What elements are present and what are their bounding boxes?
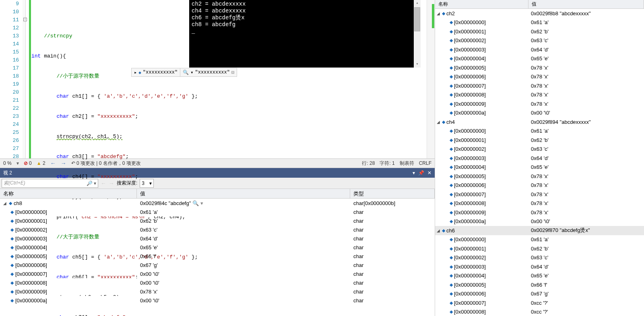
fold-toggle-icon[interactable]: - — [23, 18, 27, 21]
watch-grid[interactable]: 名称 值 类型 ◢◆ ch8 0x0029f84c "abcdefg"🔍 ▾ c… — [0, 189, 435, 316]
locals-row[interactable]: ◆ [0x00000003]0x64 'd' — [435, 154, 644, 163]
locals-row[interactable]: ◆ [0x00000001]0x62 'b' — [435, 27, 644, 36]
watch-row[interactable]: ◆ [0x00000000]0x61 'a'char — [0, 207, 435, 216]
scroll-up-icon[interactable]: ▴ — [414, 0, 420, 6]
variable-icon: ◆ — [450, 219, 453, 224]
locals-row[interactable]: ◆ [0x00000004]0x65 'e' — [435, 163, 644, 172]
code-editor[interactable]: 9 10 11 12 13 14 15 16 17 18 19 20 21 22… — [0, 0, 435, 158]
col-header-type[interactable]: 类型 — [350, 189, 435, 198]
zoom-level[interactable]: 0 % — [3, 160, 12, 166]
locals-row[interactable]: ◆ [0x00000003]0x64 'd' — [435, 45, 644, 54]
console-line: ch2 = abcdexxxxx — [192, 1, 418, 8]
watch-row-root[interactable]: ◢◆ ch8 0x0029f84c "abcdefg"🔍 ▾ char[0x00… — [0, 199, 435, 207]
variable-icon: ◆ — [450, 65, 453, 70]
variable-icon: ◆ — [450, 128, 453, 133]
locals-row[interactable]: ◆ [0x00000009]0x78 'x' — [435, 208, 644, 217]
watch-row[interactable]: ◆ [0x00000008]0x00 '\0'char — [0, 278, 435, 287]
expand-icon[interactable]: ◢ — [3, 201, 7, 205]
watch-row[interactable]: ◆ [0x0000000a]0x00 '\0'char — [0, 296, 435, 305]
close-icon[interactable]: ✕ — [427, 170, 431, 176]
variable-icon: ◆ — [10, 227, 14, 232]
variable-icon: ◆ — [450, 38, 453, 43]
locals-row[interactable]: ◆ [0x00000001]0x62 'b' — [435, 244, 644, 253]
locals-row[interactable]: ◆ [0x00000005]0x66 'f' — [435, 280, 644, 289]
console-output: ch2 = abcdexxxxx ch4 = abcdexxxxx ch6 = … — [189, 0, 421, 68]
locals-row[interactable]: ◆ [0x00000006]0x78 'x' — [435, 181, 644, 190]
locals-row[interactable]: ◆ [0x00000000]0x61 'a' — [435, 127, 644, 136]
expand-icon[interactable]: ◢ — [437, 120, 441, 124]
locals-row[interactable]: ◆ [0x00000007]0xcc '?' — [435, 298, 644, 308]
locals-row[interactable]: ◆ [0x00000002]0x63 'c' — [435, 36, 644, 45]
locals-row[interactable]: ◆ [0x00000007]0x78 'x' — [435, 81, 644, 90]
view-icon[interactable]: 🔍 ▾ — [192, 200, 203, 206]
variable-icon: ◆ — [450, 110, 453, 115]
variable-icon: ◆ — [442, 228, 445, 233]
variable-icon: ◆ — [450, 20, 453, 25]
locals-row[interactable]: ◆ [0x00000008]0xcc '?' — [435, 308, 644, 316]
expand-icon[interactable]: ◢ — [437, 228, 441, 233]
variable-icon: ◆ — [10, 289, 14, 294]
variable-icon: ◆ — [10, 263, 14, 268]
locals-row[interactable]: ◆ [0x00000000]0x61 'a' — [435, 235, 644, 244]
locals-row[interactable]: ◆ [0x00000001]0x62 'b' — [435, 135, 644, 145]
editor-minimap[interactable] — [427, 0, 435, 158]
change-bar — [29, 0, 31, 158]
debug-value-tooltip[interactable]: ▸ ◆ "xxxxxxxxxx" 🔍 ▾ "xxxxxxxxxx" ⊟ — [131, 68, 237, 77]
col-header-value[interactable]: 值 — [528, 0, 644, 8]
locals-row[interactable]: ◆ [0x00000004]0x65 'e' — [435, 271, 644, 281]
watch-row[interactable]: ◆ [0x00000001]0x62 'b'char — [0, 216, 435, 225]
minimap-change-mark — [432, 4, 434, 28]
locals-row[interactable]: ◆ [0x00000005]0x78 'x' — [435, 63, 644, 72]
watch-row[interactable]: ◆ [0x00000005]0x66 'f'char — [0, 252, 435, 261]
locals-row[interactable]: ◆ [0x00000004]0x65 'e' — [435, 54, 644, 64]
console-scrollbar[interactable]: ▴ ▾ — [414, 0, 421, 68]
locals-row[interactable]: ◆ [0x00000002]0x63 'c' — [435, 253, 644, 263]
watch-row[interactable]: ◆ [0x00000004]0x65 'e'char — [0, 243, 435, 252]
locals-row[interactable]: ◆ [0x0000000a]0x00 '\0' — [435, 217, 644, 226]
col-header-name[interactable]: 名称 — [435, 0, 528, 8]
search-icon[interactable]: 🔎 ▾ — [87, 181, 96, 186]
pin-icon[interactable]: ⊟ — [231, 70, 234, 76]
variable-icon: ◆ — [450, 146, 453, 152]
locals-tree[interactable]: ◢ ◆ ch20x0029f8b8 "abcdexxxxx"◆ [0x00000… — [435, 9, 644, 316]
variable-icon: ◆ — [10, 280, 14, 285]
locals-row[interactable]: ◆ [0x00000000]0x61 'a' — [435, 18, 644, 27]
locals-row[interactable]: ◆ [0x00000006]0x78 'x' — [435, 72, 644, 82]
locals-row[interactable]: ◆ [0x00000002]0x63 'c' — [435, 145, 644, 154]
locals-group[interactable]: ◢ ◆ ch40x0029f894 "abcdexxxxx" — [435, 117, 644, 127]
watch-row[interactable]: ◆ [0x00000009]0x78 'x'char — [0, 287, 435, 296]
locals-row[interactable]: ◆ [0x00000003]0x64 'd' — [435, 262, 644, 271]
scroll-thumb[interactable] — [414, 7, 420, 31]
locals-group[interactable]: ◢ ◆ ch20x0029f8b8 "abcdexxxxx" — [435, 9, 644, 18]
search-icon[interactable]: 🔍 — [183, 70, 189, 76]
col-header-value[interactable]: 值 — [137, 189, 350, 198]
variable-icon: ◆ — [450, 183, 453, 188]
locals-row[interactable]: ◆ [0x0000000a]0x00 '\0' — [435, 109, 644, 118]
expand-icon[interactable]: ▸ — [134, 70, 137, 76]
locals-row[interactable]: ◆ [0x00000005]0x78 'x' — [435, 172, 644, 181]
scroll-down-icon[interactable]: ▾ — [414, 61, 420, 68]
variable-icon: ◆ — [10, 298, 14, 303]
watch-row[interactable]: ◆ [0x00000002]0x63 'c'char — [0, 225, 435, 234]
variable-icon: ◆ — [450, 164, 453, 170]
watch-row[interactable]: ◆ [0x00000006]0x67 'g'char — [0, 261, 435, 269]
variable-icon: ◆ — [450, 309, 453, 314]
locals-row[interactable]: ◆ [0x00000008]0x78 'x' — [435, 199, 644, 208]
locals-row[interactable]: ◆ [0x00000006]0x67 'g' — [435, 289, 644, 299]
expand-icon[interactable]: ◢ — [437, 11, 441, 16]
locals-group[interactable]: ◢ ◆ ch60x0029f870 "abcdefg烫x" — [435, 226, 644, 235]
variable-icon: ◆ — [450, 29, 453, 34]
keyword: int — [31, 53, 41, 59]
watch-row[interactable]: ◆ [0x00000007]0x00 '\0'char — [0, 269, 435, 278]
locals-row[interactable]: ◆ [0x00000008]0x78 'x' — [435, 90, 644, 100]
locals-row[interactable]: ◆ [0x00000009]0x78 'x' — [435, 99, 644, 109]
locals-row[interactable]: ◆ [0x00000007]0x78 'x' — [435, 190, 644, 199]
error-icon[interactable]: ⊘ — [24, 160, 28, 166]
variable-icon: ◆ — [450, 192, 453, 197]
col-header-name[interactable]: 名称 — [0, 189, 137, 198]
variable-icon: ◆ — [450, 273, 453, 278]
watch-row[interactable]: ◆ [0x00000003]0x64 'd'char — [0, 234, 435, 243]
watch-search-input[interactable]: 索(Ctrl+E) 🔎 ▾ — [2, 179, 98, 188]
variable-icon: ◆ — [450, 56, 453, 61]
variable-icon: ◆ — [10, 271, 14, 277]
